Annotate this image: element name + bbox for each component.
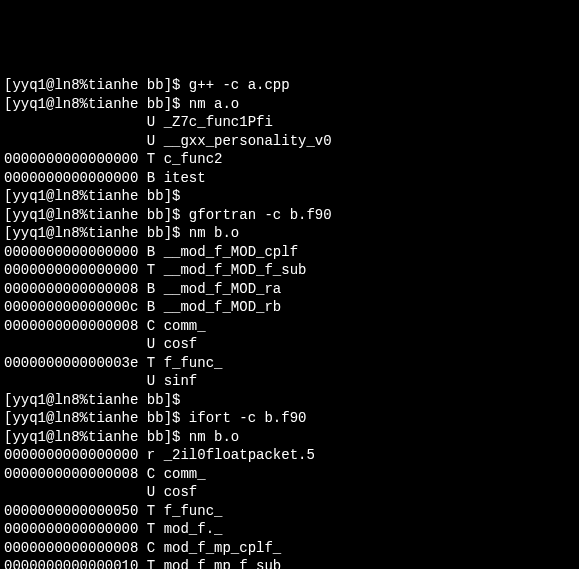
line-text: B __mod_f_MOD_ra (147, 281, 281, 297)
line-text: T c_func2 (147, 151, 223, 167)
terminal-line: [yyq1@ln8%tianhe bb]$ (4, 187, 575, 206)
terminal-line: 0000000000000000 B __mod_f_MOD_cplf (4, 243, 575, 262)
line-prefix: 0000000000000000 (4, 170, 147, 186)
line-text: T __mod_f_MOD_f_sub (147, 262, 307, 278)
line-text: T f_func_ (147, 503, 223, 519)
line-prefix (4, 484, 147, 500)
line-prefix: 0000000000000000 (4, 447, 147, 463)
terminal-line: 0000000000000000 T __mod_f_MOD_f_sub (4, 261, 575, 280)
line-prefix: [yyq1@ln8%tianhe bb]$ (4, 77, 189, 93)
line-prefix (4, 133, 147, 149)
line-prefix: [yyq1@ln8%tianhe bb]$ (4, 429, 189, 445)
line-text: C mod_f_mp_cplf_ (147, 540, 281, 556)
terminal-line: U cosf (4, 335, 575, 354)
line-text: nm a.o (189, 96, 239, 112)
line-prefix: [yyq1@ln8%tianhe bb]$ (4, 392, 189, 408)
terminal-line: U _Z7c_func1Pfi (4, 113, 575, 132)
line-text: U cosf (147, 484, 197, 500)
line-text: U cosf (147, 336, 197, 352)
line-text: T f_func_ (147, 355, 223, 371)
line-prefix: 0000000000000008 (4, 466, 147, 482)
line-text: B itest (147, 170, 206, 186)
terminal-line: 0000000000000000 T c_func2 (4, 150, 575, 169)
line-text: r _2il0floatpacket.5 (147, 447, 315, 463)
line-prefix: [yyq1@ln8%tianhe bb]$ (4, 225, 189, 241)
line-prefix: [yyq1@ln8%tianhe bb]$ (4, 410, 189, 426)
terminal-line: 0000000000000008 C mod_f_mp_cplf_ (4, 539, 575, 558)
terminal-line: [yyq1@ln8%tianhe bb]$ gfortran -c b.f90 (4, 206, 575, 225)
line-prefix: 0000000000000000 (4, 521, 147, 537)
line-text: U __gxx_personality_v0 (147, 133, 332, 149)
line-text: ifort -c b.f90 (189, 410, 307, 426)
line-prefix: 0000000000000000 (4, 244, 147, 260)
line-text: nm b.o (189, 429, 239, 445)
line-text: nm b.o (189, 225, 239, 241)
line-text: C comm_ (147, 466, 206, 482)
line-prefix: [yyq1@ln8%tianhe bb]$ (4, 188, 189, 204)
terminal-line: 0000000000000050 T f_func_ (4, 502, 575, 521)
line-prefix: [yyq1@ln8%tianhe bb]$ (4, 207, 189, 223)
terminal-line: 0000000000000008 B __mod_f_MOD_ra (4, 280, 575, 299)
line-prefix: 0000000000000008 (4, 318, 147, 334)
terminal-line: 000000000000003e T f_func_ (4, 354, 575, 373)
line-text: g++ -c a.cpp (189, 77, 290, 93)
line-prefix (4, 373, 147, 389)
terminal-line: 0000000000000008 C comm_ (4, 317, 575, 336)
line-prefix: [yyq1@ln8%tianhe bb]$ (4, 96, 189, 112)
line-prefix (4, 336, 147, 352)
terminal-line: 0000000000000010 T mod_f_mp_f_sub_ (4, 557, 575, 569)
terminal-line: 0000000000000000 r _2il0floatpacket.5 (4, 446, 575, 465)
terminal-line: [yyq1@ln8%tianhe bb]$ nm b.o (4, 428, 575, 447)
terminal-line: 0000000000000008 C comm_ (4, 465, 575, 484)
terminal-line: [yyq1@ln8%tianhe bb]$ nm b.o (4, 224, 575, 243)
terminal-line: U __gxx_personality_v0 (4, 132, 575, 151)
terminal-line: 0000000000000000 T mod_f._ (4, 520, 575, 539)
terminal-line: [yyq1@ln8%tianhe bb]$ (4, 391, 575, 410)
line-prefix: 0000000000000000 (4, 262, 147, 278)
line-prefix: 0000000000000008 (4, 540, 147, 556)
line-prefix: 0000000000000050 (4, 503, 147, 519)
terminal-line: [yyq1@ln8%tianhe bb]$ nm a.o (4, 95, 575, 114)
line-text: T mod_f_mp_f_sub_ (147, 558, 290, 569)
line-prefix: 0000000000000000 (4, 151, 147, 167)
terminal-line: U sinf (4, 372, 575, 391)
line-prefix (4, 114, 147, 130)
line-text: U sinf (147, 373, 197, 389)
terminal-line: [yyq1@ln8%tianhe bb]$ g++ -c a.cpp (4, 76, 575, 95)
line-text: U _Z7c_func1Pfi (147, 114, 273, 130)
line-text: B __mod_f_MOD_rb (147, 299, 281, 315)
terminal-line: 0000000000000000 B itest (4, 169, 575, 188)
line-text: B __mod_f_MOD_cplf (147, 244, 298, 260)
terminal-line: U cosf (4, 483, 575, 502)
terminal-line: 000000000000000c B __mod_f_MOD_rb (4, 298, 575, 317)
terminal-line: [yyq1@ln8%tianhe bb]$ ifort -c b.f90 (4, 409, 575, 428)
line-text: gfortran -c b.f90 (189, 207, 332, 223)
line-prefix: 0000000000000008 (4, 281, 147, 297)
line-text: C comm_ (147, 318, 206, 334)
line-prefix: 0000000000000010 (4, 558, 147, 569)
line-prefix: 000000000000000c (4, 299, 147, 315)
line-prefix: 000000000000003e (4, 355, 147, 371)
line-text: T mod_f._ (147, 521, 223, 537)
terminal-output[interactable]: [yyq1@ln8%tianhe bb]$ g++ -c a.cpp[yyq1@… (4, 76, 575, 569)
